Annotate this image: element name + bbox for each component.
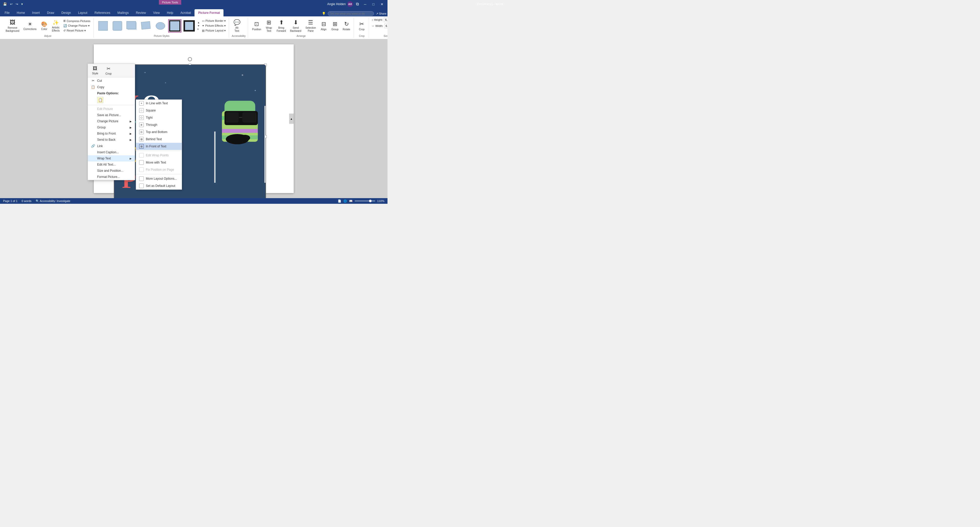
ctx-paste-options[interactable]: Paste Options: [88,90,135,96]
bring-forward-button[interactable]: ⬆ BringForward [275,18,288,33]
customize-quick-access[interactable]: ▾ [20,2,24,6]
picture-border-button[interactable]: ▭ Picture Border ▾ [201,19,227,23]
style-4[interactable] [139,19,153,33]
sub-behind-text[interactable]: ▧ Behind Text [136,135,182,143]
sub-top-bottom[interactable]: ⊟ Top and Bottom [136,128,182,135]
style-1[interactable] [96,19,110,33]
align-button[interactable]: ⊟ Align [318,20,329,32]
rotate-handle[interactable] [188,57,192,61]
position-button[interactable]: ⊡ Position [251,20,263,32]
ctx-copy[interactable]: 📋 Copy [88,84,135,90]
tab-review[interactable]: Review [132,9,150,16]
alt-text-button[interactable]: 💬 AltText [232,18,242,33]
ctx-edit-alt-text[interactable]: Edit Alt Text... [88,161,135,168]
view-read-icon[interactable]: 📖 [349,199,353,203]
tab-layout[interactable]: Layout [75,9,91,16]
style-5[interactable] [154,19,167,33]
style-6[interactable] [168,19,181,33]
artistic-effects-label: ArtisticEffects [52,26,60,32]
ctx-group[interactable]: Group ▶ [88,124,135,131]
sub-inline-with-text[interactable]: ≡ In Line with Text [136,100,182,107]
svg-point-32 [240,135,250,141]
sub-in-front-of-text[interactable]: ▨ In Front of Text [136,143,182,150]
ctx-crop-button[interactable]: ✂ Crop [103,65,113,76]
tab-view[interactable]: View [150,9,164,16]
tab-design[interactable]: Design [58,9,74,16]
ctx-change-picture[interactable]: Change Picture ▶ [88,118,135,124]
save-button[interactable]: 💾 [2,2,8,6]
color-button[interactable]: 🎨 Color [39,20,49,32]
redo-button[interactable]: ↪ [14,2,19,6]
tab-mailings[interactable]: Mailings [114,9,132,16]
tab-insert[interactable]: Insert [29,9,43,16]
ctx-link[interactable]: 🔗 Link [88,143,135,149]
ctx-style-button[interactable]: 🖼 Style [90,65,100,76]
ctx-save-as-picture[interactable]: Save as Picture... [88,112,135,118]
remove-background-button[interactable]: 🖼 RemoveBackground [4,18,21,33]
sub-move-with-text[interactable]: Move with Text [136,159,182,166]
ctx-wrap-text[interactable]: Wrap Text ▶ [88,155,135,161]
zoom-thumb[interactable] [369,200,372,202]
tab-picture-format[interactable]: Picture Format [194,9,223,16]
sub-tight[interactable]: ⬡ Tight [136,114,182,121]
gallery-more[interactable]: ▾ [197,28,200,30]
cut-icon: ✂ [91,79,95,83]
ctx-size-position[interactable]: Size and Position... [88,168,135,174]
size-items: ↕ Height: ▲ ▼ ↔ Width: ▲ ▼ [372,18,388,34]
sub-through[interactable]: ⊕ Through [136,121,182,128]
width-input[interactable] [384,24,388,28]
compress-pictures-button[interactable]: ⊞ Compress Pictures [62,19,91,23]
change-picture-icon: 🔄 [63,24,67,27]
crop-group-label: Crop [356,34,367,38]
artistic-effects-button[interactable]: ✨ ArtisticEffects [51,19,61,33]
tab-help[interactable]: Help [163,9,177,16]
tab-acrobat[interactable]: Acrobat [177,9,194,16]
zoom-slider[interactable] [355,201,375,201]
selection-pane-icon: ☰ [308,19,313,26]
rotate-button[interactable]: ↻ Rotate [341,20,352,32]
tab-file[interactable]: File [1,9,13,16]
ctx-bring-to-front[interactable]: Bring to Front ▶ [88,131,135,137]
view-normal-icon[interactable]: 📄 [338,199,341,203]
style-7[interactable] [183,19,196,33]
picture-effects-button[interactable]: ✦ Picture Effects ▾ [201,24,227,28]
send-backward-button[interactable]: ⬇ SendBackward [289,18,303,33]
gallery-down[interactable]: ▼ [197,24,200,27]
tab-references[interactable]: References [91,9,114,16]
height-input[interactable] [384,18,388,22]
close-button[interactable]: ✕ [379,2,385,7]
wrap-text-button[interactable]: ⊞ WrapText [264,18,274,33]
tab-home[interactable]: Home [13,9,29,16]
restore-button[interactable]: ⧉ [355,1,360,7]
ctx-insert-caption[interactable]: Insert Caption... [88,149,135,155]
reset-picture-button[interactable]: ↺ Reset Picture ▾ [62,29,91,33]
ctx-send-to-back[interactable]: Send to Back ▶ [88,137,135,143]
view-web-icon[interactable]: 🌐 [344,199,347,203]
paste-clipboard-icon[interactable]: 📋 [97,97,103,103]
sub-more-layout-options[interactable]: More Layout Options... [136,175,182,182]
svg-rect-28 [226,112,239,123]
tab-draw[interactable]: Draw [43,9,58,16]
style-2[interactable] [111,19,124,33]
picture-layout-button[interactable]: ▤ Picture Layout ▾ [201,29,227,33]
minimize-button[interactable]: ─ [362,2,368,7]
group-button[interactable]: ⊞ Group [330,20,340,32]
selection-pane-button[interactable]: ☰ SelectionPane [304,18,318,33]
wrap-text-ctx-label: Wrap Text [97,157,111,160]
share-button[interactable]: ↗ Share [376,12,387,15]
maximize-button[interactable]: □ [370,2,377,7]
crop-button[interactable]: ✂ Crop [356,20,367,32]
change-picture-button[interactable]: 🔄 Change Picture ▾ [62,24,91,28]
corrections-button[interactable]: ☀ Corrections [22,20,38,32]
gallery-up[interactable]: ▲ [197,21,200,24]
undo-button[interactable]: ↩ [9,2,14,6]
sub-square[interactable]: □ Square [136,107,182,114]
search-input[interactable] [328,11,374,16]
scroll-button[interactable]: ▲ [289,113,294,124]
ctx-format-picture[interactable]: Format Picture... [88,174,135,180]
svg-point-13 [242,74,243,76]
style-3[interactable] [125,19,138,33]
sub-set-default[interactable]: Set as Default Layout [136,182,182,189]
ctx-cut[interactable]: ✂ Cut [88,77,135,84]
user-avatar[interactable]: AH [347,1,353,7]
